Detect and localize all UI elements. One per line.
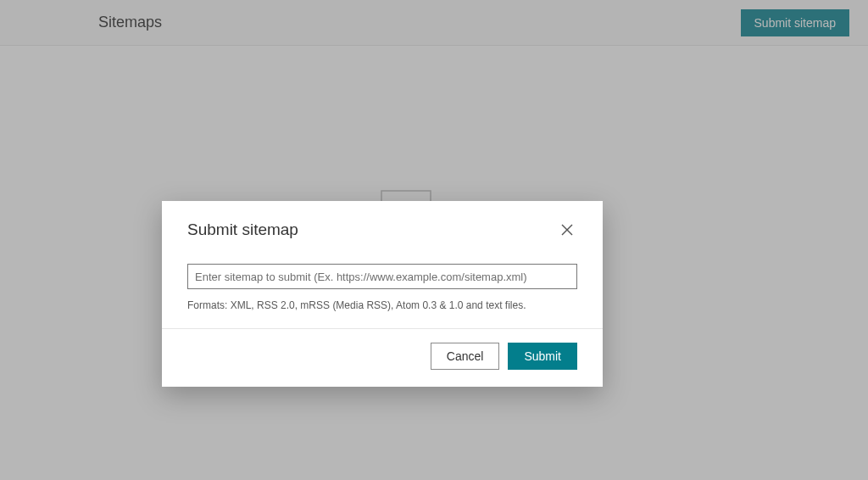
modal-title: Submit sitemap: [187, 220, 298, 239]
modal-close-button[interactable]: [557, 220, 577, 240]
submit-sitemap-modal: Submit sitemap Formats: XML, RSS 2.0, mR…: [162, 201, 603, 387]
format-hint: Formats: XML, RSS 2.0, mRSS (Media RSS),…: [187, 299, 577, 311]
submit-button[interactable]: Submit: [508, 343, 577, 370]
modal-body: Formats: XML, RSS 2.0, mRSS (Media RSS),…: [162, 252, 603, 328]
modal-header: Submit sitemap: [162, 201, 603, 252]
modal-footer: Cancel Submit: [162, 328, 603, 387]
close-icon: [560, 223, 574, 237]
cancel-button[interactable]: Cancel: [431, 343, 500, 370]
sitemap-url-input[interactable]: [187, 264, 577, 289]
